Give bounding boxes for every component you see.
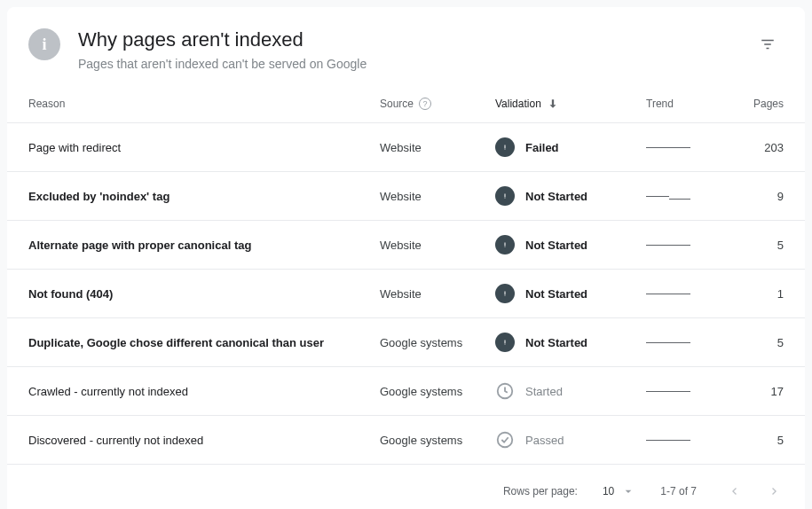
card-header: i Why pages aren't indexed Pages that ar… <box>7 7 805 89</box>
check-circle-icon <box>495 430 515 450</box>
cell-pages: 5 <box>717 336 784 349</box>
alert-icon <box>495 333 515 352</box>
cell-trend <box>646 143 717 152</box>
alert-icon <box>495 284 515 303</box>
info-icon: i <box>28 28 60 60</box>
svg-point-1 <box>498 433 513 448</box>
cell-validation: Not Started <box>495 284 646 303</box>
cell-reason: Crawled - currently not indexed <box>28 385 380 398</box>
table-row[interactable]: Not found (404)WebsiteNot Started1 <box>7 270 805 318</box>
validation-status: Not Started <box>525 287 587 301</box>
trend-sparkline <box>646 387 690 395</box>
table-body: Page with redirectWebsiteFailed203Exclud… <box>7 123 805 465</box>
cell-validation: Not Started <box>495 235 646 254</box>
cell-trend <box>646 435 717 444</box>
cell-reason: Duplicate, Google chose different canoni… <box>28 336 380 349</box>
trend-sparkline <box>646 435 690 444</box>
column-header-pages[interactable]: Pages <box>717 98 784 110</box>
alert-icon <box>495 137 515 157</box>
rows-per-page-label: Rows per page: <box>503 485 578 497</box>
validation-status: Failed <box>525 141 559 154</box>
cell-trend <box>646 192 717 200</box>
cell-pages: 5 <box>717 434 784 447</box>
validation-status: Not Started <box>525 239 587 252</box>
cell-pages: 9 <box>717 190 784 203</box>
cell-reason: Page with redirect <box>28 141 380 154</box>
alert-icon <box>495 186 515 206</box>
validation-status: Not Started <box>525 190 587 203</box>
chevron-right-icon <box>768 484 782 498</box>
cell-reason: Not found (404) <box>28 287 380 301</box>
cell-pages: 203 <box>717 141 784 154</box>
cell-trend <box>646 289 717 298</box>
help-icon[interactable]: ? <box>419 98 431 110</box>
header-text: Why pages aren't indexed Pages that aren… <box>78 28 734 71</box>
cell-source: Google systems <box>380 385 495 398</box>
cell-pages: 17 <box>717 385 784 398</box>
dropdown-icon <box>621 484 635 498</box>
table-header-row: Reason Source ? Validation Trend Pages <box>7 89 805 123</box>
alert-icon <box>495 235 515 254</box>
trend-sparkline <box>646 338 690 347</box>
cell-validation: Not Started <box>495 333 646 352</box>
validation-status: Passed <box>525 434 564 447</box>
filter-button[interactable] <box>752 28 784 60</box>
cell-trend <box>646 240 717 249</box>
table-row[interactable]: Excluded by 'noindex' tagWebsiteNot Star… <box>7 172 805 221</box>
cell-reason: Excluded by 'noindex' tag <box>28 190 380 203</box>
column-header-source[interactable]: Source ? <box>380 98 495 110</box>
cell-source: Google systems <box>380 434 495 447</box>
clock-icon <box>495 381 515 401</box>
table-row[interactable]: Discovered - currently not indexedGoogle… <box>7 416 805 465</box>
cell-reason: Discovered - currently not indexed <box>28 434 380 447</box>
pagination-nav <box>721 479 787 504</box>
card-subtitle: Pages that aren't indexed can't be serve… <box>78 57 734 71</box>
cell-pages: 1 <box>717 287 784 301</box>
validation-status: Not Started <box>525 336 587 349</box>
trend-sparkline <box>646 192 690 200</box>
prev-page-button[interactable] <box>721 479 746 504</box>
rows-per-page-value: 10 <box>603 485 614 497</box>
cell-source: Website <box>380 287 495 301</box>
column-header-trend[interactable]: Trend <box>646 98 717 110</box>
trend-sparkline <box>646 289 690 298</box>
cell-validation: Failed <box>495 137 646 157</box>
column-header-reason[interactable]: Reason <box>28 98 380 110</box>
cell-validation: Started <box>495 381 646 401</box>
card-title: Why pages aren't indexed <box>78 28 734 51</box>
trend-sparkline <box>646 240 690 249</box>
cell-source: Google systems <box>380 336 495 349</box>
indexing-reasons-card: i Why pages aren't indexed Pages that ar… <box>7 7 805 509</box>
column-header-validation-label: Validation <box>495 98 541 110</box>
cell-source: Website <box>380 190 495 203</box>
cell-trend <box>646 387 717 395</box>
cell-pages: 5 <box>717 239 784 252</box>
rows-per-page-select[interactable]: 10 <box>603 484 635 498</box>
table-footer: Rows per page: 10 1-7 of 7 <box>7 465 805 509</box>
table-row[interactable]: Alternate page with proper canonical tag… <box>7 221 805 270</box>
table-row[interactable]: Duplicate, Google chose different canoni… <box>7 318 805 367</box>
pagination-range: 1-7 of 7 <box>660 485 697 497</box>
sort-descending-icon <box>547 98 559 110</box>
trend-sparkline <box>646 143 690 152</box>
table-row[interactable]: Page with redirectWebsiteFailed203 <box>7 123 805 172</box>
filter-icon <box>760 36 776 52</box>
validation-status: Started <box>525 385 563 398</box>
column-header-validation[interactable]: Validation <box>495 98 646 110</box>
cell-source: Website <box>380 239 495 252</box>
chevron-left-icon <box>727 484 741 498</box>
cell-validation: Not Started <box>495 186 646 206</box>
cell-validation: Passed <box>495 430 646 450</box>
next-page-button[interactable] <box>762 479 787 504</box>
cell-source: Website <box>380 141 495 154</box>
column-header-source-label: Source <box>380 98 414 110</box>
table-row[interactable]: Crawled - currently not indexedGoogle sy… <box>7 367 805 416</box>
cell-trend <box>646 338 717 347</box>
cell-reason: Alternate page with proper canonical tag <box>28 239 380 252</box>
